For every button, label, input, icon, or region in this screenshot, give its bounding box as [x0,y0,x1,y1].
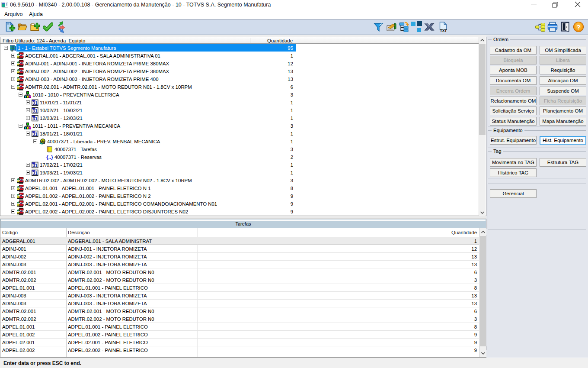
svg-text:31: 31 [32,101,38,106]
svg-text:?: ? [576,23,580,31]
svg-text:31: 31 [32,109,38,113]
svg-text:TXT: TXT [440,29,447,32]
svg-text:{..}: {..} [46,155,53,160]
svg-text:31: 31 [32,116,38,121]
svg-text:31: 31 [32,171,38,176]
svg-text:31: 31 [32,163,38,168]
svg-text:31: 31 [32,132,38,137]
